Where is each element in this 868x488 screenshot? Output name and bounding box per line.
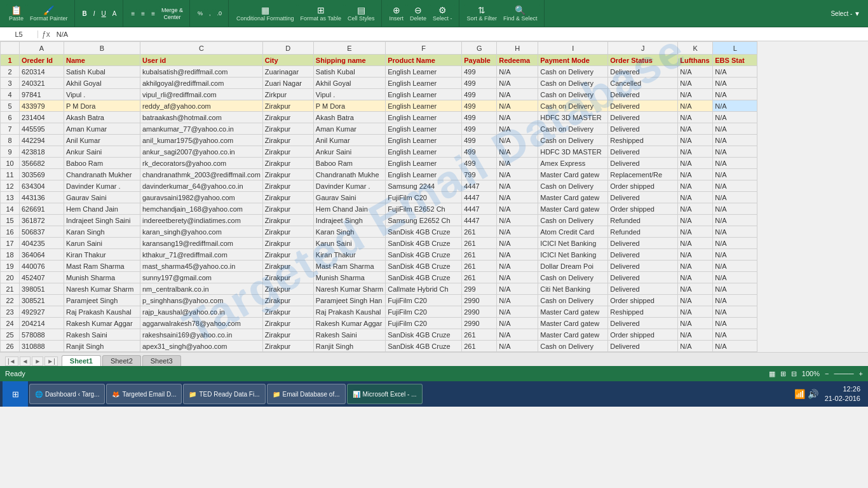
cell-25-2[interactable]: rakeshsaini169@yahoo.co.in [140,329,263,341]
cell-3-4[interactable]: Akhil Goyal [313,78,385,89]
cell-7-1[interactable]: Aman Kumar [64,123,140,135]
cell-11-6[interactable]: 799 [462,169,497,180]
sheet-grid[interactable]: A B C D E F G H I J K L 1 Ore [0,41,868,352]
cell-6-7[interactable]: N/A [497,112,538,123]
cell-4-4[interactable]: Vipul . [313,89,385,100]
cell-6-9[interactable]: Delivered [608,112,678,123]
cell-10-2[interactable]: rk_decorators@yahoo.com [140,158,263,169]
cell-15-11[interactable]: N/A [713,215,757,226]
cell-9-9[interactable]: Delivered [608,146,678,158]
cell-9-7[interactable]: N/A [497,146,538,158]
cell-10-0[interactable]: 356682 [20,158,64,169]
taskbar-btn-dashboard[interactable]: 🌐 Dashboard ‹ Targ... [29,384,105,404]
format-painter-button[interactable]: 🖌️ Format Painter [27,4,71,23]
cell-3-2[interactable]: akhilgoyal@rediffmail.com [140,78,263,89]
cell-23-10[interactable]: N/A [678,306,713,318]
cell-25-8[interactable]: Master Card gatew [538,329,608,341]
cell-18-1[interactable]: Kiran Thakur [64,249,140,261]
cell-18-5[interactable]: SanDisk 4GB Cruze [386,249,462,261]
cell-12-0[interactable]: 634304 [20,180,64,192]
cell-15-7[interactable]: N/A [497,215,538,226]
cell-16-4[interactable]: Karan Singh [313,226,385,238]
cell-6-5[interactable]: English Learner [386,112,462,123]
align-center-button[interactable]: ≡ [139,9,147,18]
start-button[interactable]: ⊞ [3,381,28,407]
cell-3-6[interactable]: 499 [462,78,497,89]
cell-3-5[interactable]: English Learner [386,78,462,89]
cell-3-3[interactable]: Zuari Nagar [262,78,313,89]
font-color-button[interactable]: A [110,9,119,18]
cell-3-1[interactable]: Akhil Goyal [64,78,140,89]
cell-15-6[interactable]: 4447 [462,215,497,226]
cell-19-7[interactable]: N/A [497,261,538,272]
cell-5-1[interactable]: P M Dora [64,100,140,112]
cell-11-7[interactable]: N/A [497,169,538,180]
col-header-g[interactable]: G [462,42,497,55]
cell-17-1[interactable]: Karun Saini [64,238,140,249]
cell-24-6[interactable]: 2990 [462,318,497,329]
cell-3-8[interactable]: Cash on Delivery [538,78,608,89]
cell-14-3[interactable]: Zirakpur [262,203,313,215]
cell-k1[interactable]: Lufthans [678,55,713,66]
cell-7-4[interactable]: Aman Kumar [313,123,385,135]
cell-6-2[interactable]: batraakash@hotmail.com [140,112,263,123]
cell-8-2[interactable]: anil_kumar1975@yahoo.com [140,135,263,146]
cell-26-5[interactable]: SanDisk 4GB Cruze [386,341,462,352]
cell-24-1[interactable]: Rakesh Kumar Aggar [64,318,140,329]
cell-2-7[interactable]: N/A [497,66,538,78]
cell-4-6[interactable]: 499 [462,89,497,100]
cell-20-6[interactable]: 261 [462,272,497,283]
cell-23-6[interactable]: 2990 [462,306,497,318]
cell-2-9[interactable]: Delivered [608,66,678,78]
cell-17-0[interactable]: 404235 [20,238,64,249]
cell-reference[interactable]: L5 [0,30,38,38]
cell-7-5[interactable]: English Learner [386,123,462,135]
cell-18-10[interactable]: N/A [678,249,713,261]
cell-16-10[interactable]: N/A [678,226,713,238]
cell-7-3[interactable]: Zirakpur [262,123,313,135]
cell-24-0[interactable]: 204214 [20,318,64,329]
cell-9-5[interactable]: English Learner [386,146,462,158]
cell-25-3[interactable]: Zirakpur [262,329,313,341]
cell-5-11[interactable]: N/A [713,100,757,112]
cell-13-5[interactable]: FujiFilm C20 [386,192,462,203]
cell-16-2[interactable]: karan_singh@yahoo.com [140,226,263,238]
cell-6-3[interactable]: Zirakpur [262,112,313,123]
cell-c1[interactable]: User id [140,55,263,66]
cell-5-7[interactable]: N/A [497,100,538,112]
cell-17-11[interactable]: N/A [713,238,757,249]
cell-9-11[interactable]: N/A [713,146,757,158]
sheet-tab-2[interactable]: Sheet2 [102,355,141,366]
cell-12-8[interactable]: Cash on Delivery [538,180,608,192]
cell-8-0[interactable]: 442294 [20,135,64,146]
cell-9-6[interactable]: 499 [462,146,497,158]
cell-25-5[interactable]: SanDisk 4GB Cruze [386,329,462,341]
cell-16-5[interactable]: SanDisk 4GB Cruze [386,226,462,238]
cell-g1[interactable]: Payable [462,55,497,66]
cell-13-0[interactable]: 443136 [20,192,64,203]
select-dropdown[interactable]: Select - ▼ [831,10,865,17]
cell-8-6[interactable]: 499 [462,135,497,146]
cell-23-0[interactable]: 492927 [20,306,64,318]
cell-20-2[interactable]: sunny197@gmail.com [140,272,263,283]
cell-9-10[interactable]: N/A [678,146,713,158]
cell-11-4[interactable]: Chandranath Mukhe [313,169,385,180]
cell-2-0[interactable]: 620314 [20,66,64,78]
cell-20-8[interactable]: Cash on Delivery [538,272,608,283]
cell-2-5[interactable]: English Learner [386,66,462,78]
bold-button[interactable]: B [80,9,90,18]
cell-6-4[interactable]: Akash Batra [313,112,385,123]
cell-22-3[interactable]: Zirakpur [262,295,313,306]
cell-14-7[interactable]: N/A [497,203,538,215]
cell-26-0[interactable]: 310888 [20,341,64,352]
cell-14-2[interactable]: hemchandjain_168@yahoo.com [140,203,263,215]
cell-17-6[interactable]: 261 [462,238,497,249]
cell-2-10[interactable]: N/A [678,66,713,78]
cell-20-3[interactable]: Zirakpur [262,272,313,283]
cell-6-11[interactable]: N/A [713,112,757,123]
cell-25-6[interactable]: 261 [462,329,497,341]
cell-20-7[interactable]: N/A [497,272,538,283]
cell-25-11[interactable]: N/A [713,329,757,341]
cell-9-0[interactable]: 423818 [20,146,64,158]
cell-26-7[interactable]: N/A [497,341,538,352]
